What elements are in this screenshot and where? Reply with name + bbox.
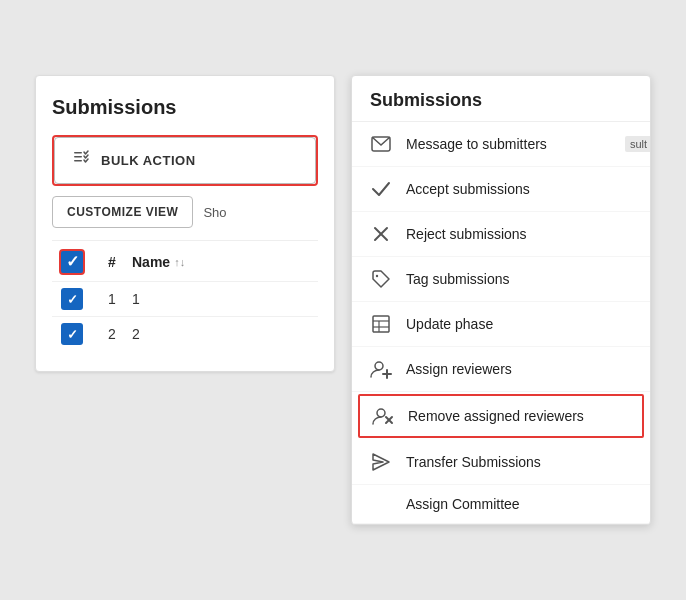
row2-num: 2	[92, 326, 132, 342]
menu-item-tag[interactable]: Tag submissions	[352, 257, 650, 302]
menu-item-remove-reviewers[interactable]: Remove assigned reviewers	[358, 394, 644, 438]
svg-rect-2	[74, 160, 82, 162]
right-panel: Submissions Message to submitters sult A…	[351, 75, 651, 525]
menu-label-assign-committee: Assign Committee	[406, 496, 520, 512]
check-icon	[370, 178, 392, 200]
bulk-action-label: BULK ACTION	[101, 153, 196, 168]
right-panel-title: Submissions	[370, 90, 632, 111]
menu-label-assign-reviewers: Assign reviewers	[406, 361, 512, 377]
row1-checkbox[interactable]: ✓	[61, 288, 83, 310]
table-icon	[370, 313, 392, 335]
user-plus-icon	[370, 358, 392, 380]
menu-item-transfer[interactable]: Transfer Submissions	[352, 440, 650, 485]
sort-icon[interactable]: ↑↓	[174, 256, 185, 268]
row1-checkbox-cell: ✓	[52, 288, 92, 310]
checklist-icon	[73, 148, 93, 173]
menu-item-assign-reviewers[interactable]: Assign reviewers	[352, 347, 650, 392]
menu-item-reject[interactable]: Reject submissions	[352, 212, 650, 257]
paper-plane-icon	[370, 451, 392, 473]
svg-point-11	[375, 362, 383, 370]
row1-num: 1	[92, 291, 132, 307]
menu-label-accept: Accept submissions	[406, 181, 530, 197]
row2-name: 2	[132, 326, 318, 342]
check-icon: ✓	[67, 328, 78, 341]
menu-item-message[interactable]: Message to submitters sult	[352, 122, 650, 167]
check-icon: ✓	[66, 254, 79, 270]
right-panel-header: Submissions	[352, 76, 650, 122]
menu-label-message: Message to submitters	[406, 136, 547, 152]
envelope-icon	[370, 133, 392, 155]
bulk-action-wrapper: BULK ACTION	[52, 135, 318, 186]
left-panel-title: Submissions	[52, 96, 318, 119]
tag-icon	[370, 268, 392, 290]
col-name-header: Name ↑↓	[132, 254, 318, 270]
left-panel: Submissions BULK ACTION CUSTOMIZE VIE	[35, 75, 335, 372]
menu-label-transfer: Transfer Submissions	[406, 454, 541, 470]
times-icon	[370, 223, 392, 245]
table-row: ✓ 1 1	[52, 281, 318, 316]
table-row: ✓ 2 2	[52, 316, 318, 351]
check-icon: ✓	[67, 293, 78, 306]
svg-rect-7	[373, 316, 389, 332]
menu-item-accept[interactable]: Accept submissions	[352, 167, 650, 212]
svg-rect-1	[74, 156, 82, 158]
header-checkbox-cell: ✓	[52, 249, 92, 275]
svg-point-6	[376, 275, 378, 277]
select-all-checkbox[interactable]: ✓	[59, 249, 85, 275]
menu-label-reject: Reject submissions	[406, 226, 527, 242]
user-times-icon	[372, 405, 394, 427]
menu-item-assign-committee[interactable]: Assign Committee	[352, 485, 650, 524]
customize-row: CUSTOMIZE VIEW Sho	[52, 196, 318, 228]
bulk-action-button[interactable]: BULK ACTION	[54, 137, 316, 184]
show-text: Sho	[203, 205, 226, 220]
svg-point-14	[377, 409, 385, 417]
col-hash-header: #	[92, 254, 132, 270]
menu-label-tag: Tag submissions	[406, 271, 510, 287]
svg-rect-0	[74, 152, 82, 154]
menu-item-update-phase[interactable]: Update phase	[352, 302, 650, 347]
customize-view-button[interactable]: CUSTOMIZE VIEW	[52, 196, 193, 228]
menu-label-update-phase: Update phase	[406, 316, 493, 332]
menu-label-remove-reviewers: Remove assigned reviewers	[408, 408, 584, 424]
row1-name: 1	[132, 291, 318, 307]
row2-checkbox-cell: ✓	[52, 323, 92, 345]
row2-checkbox[interactable]: ✓	[61, 323, 83, 345]
table-header: ✓ # Name ↑↓	[52, 240, 318, 281]
result-badge: sult	[625, 136, 651, 152]
